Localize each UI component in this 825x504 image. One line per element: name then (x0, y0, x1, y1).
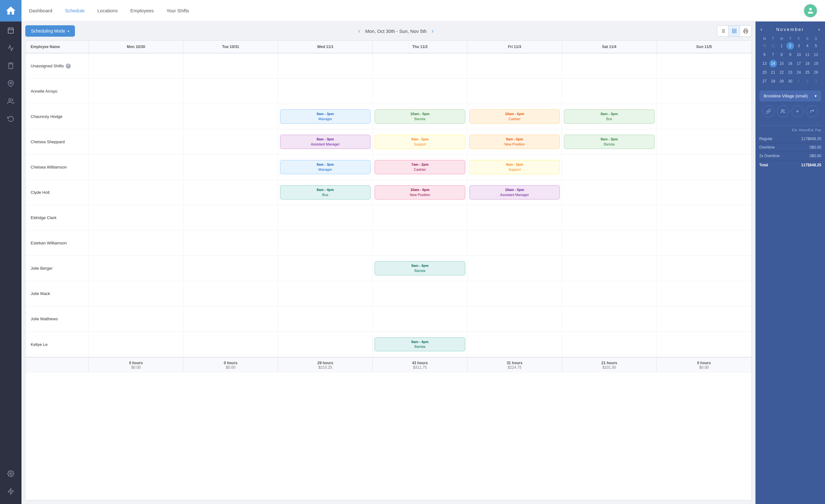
shift-card[interactable]: 7am - 2pmCashier (375, 160, 465, 174)
shift-cell[interactable] (183, 129, 278, 154)
shift-cell[interactable]: 9am - 5pmSupport (373, 129, 467, 154)
sidebar-icon-lightning[interactable] (0, 483, 21, 500)
shift-card[interactable]: 8am - 3pmBus (564, 110, 654, 124)
shift-cell[interactable] (657, 104, 751, 129)
next-week-button[interactable]: › (432, 28, 434, 34)
cal-day[interactable]: 30 (786, 77, 794, 85)
shift-cell[interactable] (373, 79, 467, 104)
cal-day[interactable]: 14 (769, 60, 777, 67)
shift-cell[interactable] (467, 306, 562, 331)
cal-day[interactable]: 6 (761, 51, 768, 59)
cal-day[interactable]: 19 (812, 60, 820, 67)
shift-cell[interactable] (657, 281, 751, 306)
shift-cell[interactable] (183, 281, 278, 306)
shift-cell[interactable] (657, 180, 751, 205)
sidebar-icon-chart[interactable] (0, 39, 21, 57)
cal-day[interactable]: 7 (769, 51, 777, 59)
shift-card[interactable]: 8am - 3pmAssistant Manager (280, 135, 370, 149)
shift-cell[interactable] (89, 281, 183, 306)
shift-cell[interactable] (467, 281, 562, 306)
cal-day[interactable]: 17 (795, 60, 803, 67)
shift-card[interactable]: 9am - 5pmNew Position (469, 135, 560, 149)
cal-day[interactable]: 15 (778, 60, 785, 67)
shift-card[interactable]: 9am - 5pmSupport (469, 160, 560, 174)
cal-day[interactable]: 3 (812, 77, 820, 85)
shift-cell[interactable] (467, 332, 562, 357)
cal-day[interactable]: 3 (795, 42, 803, 50)
view-print-button[interactable] (740, 25, 751, 37)
shift-cell[interactable] (373, 230, 467, 256)
shift-cell[interactable]: 8am - 3pmBus (562, 104, 657, 129)
shift-cell[interactable] (278, 205, 373, 230)
user-avatar[interactable] (804, 4, 817, 18)
shift-cell[interactable] (183, 230, 278, 256)
shift-card[interactable]: 9am - 4pmBarista (375, 337, 465, 352)
shift-cell[interactable] (562, 79, 657, 104)
shift-cell[interactable] (467, 54, 562, 78)
help-icon[interactable]: ? (66, 64, 71, 69)
shift-cell[interactable] (373, 306, 467, 331)
shift-card[interactable]: 10am - 5pmAssistant Manager (469, 185, 560, 200)
cal-day[interactable]: 2 (786, 42, 794, 50)
shift-cell[interactable]: 9am - 5pmSupport (467, 155, 562, 179)
location-people-button[interactable] (777, 105, 789, 117)
shift-cell[interactable] (562, 332, 657, 357)
cal-day[interactable]: 21 (769, 69, 777, 76)
schedule-grid-wrapper[interactable]: Employee Name Mon 10/30 Tue 10/31 Wed 11… (25, 41, 752, 500)
view-grid-button[interactable] (729, 25, 740, 37)
shift-cell[interactable] (467, 256, 562, 281)
shift-cell[interactable] (657, 205, 751, 230)
shift-cell[interactable]: 9am - 4pmBarista (373, 256, 467, 281)
shift-cell[interactable]: 8am - 3pmAssistant Manager (278, 129, 373, 154)
shift-cell[interactable]: 7am - 2pmCashier (373, 155, 467, 179)
shift-cell[interactable] (467, 79, 562, 104)
cal-prev-month[interactable]: ‹ (760, 26, 762, 32)
shift-card[interactable]: 8am - 3pmBarista (564, 135, 654, 149)
shift-cell[interactable] (657, 230, 751, 256)
cal-day[interactable]: 31 (769, 42, 777, 50)
prev-week-button[interactable]: ‹ (358, 28, 360, 34)
shift-cell[interactable] (183, 256, 278, 281)
shift-cell[interactable] (89, 180, 183, 205)
nav-schedule[interactable]: Schedule (65, 8, 85, 13)
shift-card[interactable]: 8am - 3pmManager (280, 160, 370, 174)
cal-day[interactable]: 30 (761, 42, 768, 50)
shift-cell[interactable]: 10am - 6pmCashier (467, 104, 562, 129)
shift-cell[interactable] (89, 332, 183, 357)
shift-card[interactable]: 10am - 6pmCashier (469, 110, 560, 124)
cal-day[interactable]: 1 (795, 77, 803, 85)
shift-cell[interactable]: 8am - 3pmManager (278, 155, 373, 179)
cal-day[interactable]: 10 (795, 51, 803, 59)
shift-card[interactable]: 10am - 5pmBarista (375, 110, 465, 124)
cal-day[interactable]: 2 (804, 77, 811, 85)
shift-cell[interactable] (89, 230, 183, 256)
shift-card[interactable]: 8am - 3pmManager (280, 110, 370, 124)
shift-cell[interactable] (183, 306, 278, 331)
shift-cell[interactable] (278, 332, 373, 357)
cal-day[interactable]: 12 (812, 51, 820, 59)
nav-locations[interactable]: Locations (97, 8, 118, 13)
shift-cell[interactable]: 10am - 5pmBarista (373, 104, 467, 129)
shift-cell[interactable] (183, 180, 278, 205)
shift-cell[interactable] (562, 155, 657, 179)
shift-cell[interactable] (562, 205, 657, 230)
shift-cell[interactable] (562, 306, 657, 331)
sidebar-icon-settings[interactable] (0, 465, 21, 483)
cal-next-month[interactable]: › (818, 26, 820, 32)
shift-cell[interactable] (89, 79, 183, 104)
sidebar-icon-location[interactable] (0, 75, 21, 92)
location-link-button[interactable] (762, 105, 774, 117)
location-share-button[interactable] (806, 105, 818, 117)
shift-cell[interactable] (657, 129, 751, 154)
sidebar-icon-clipboard[interactable] (0, 57, 21, 75)
shift-cell[interactable] (657, 332, 751, 357)
shift-cell[interactable] (562, 281, 657, 306)
sidebar-icon-people[interactable] (0, 92, 21, 110)
cal-day[interactable]: 1 (778, 42, 785, 50)
shift-cell[interactable] (657, 155, 751, 179)
shift-cell[interactable] (89, 54, 183, 78)
shift-cell[interactable] (657, 306, 751, 331)
cal-day[interactable]: 26 (812, 69, 820, 76)
shift-cell[interactable] (89, 256, 183, 281)
shift-cell[interactable] (278, 79, 373, 104)
